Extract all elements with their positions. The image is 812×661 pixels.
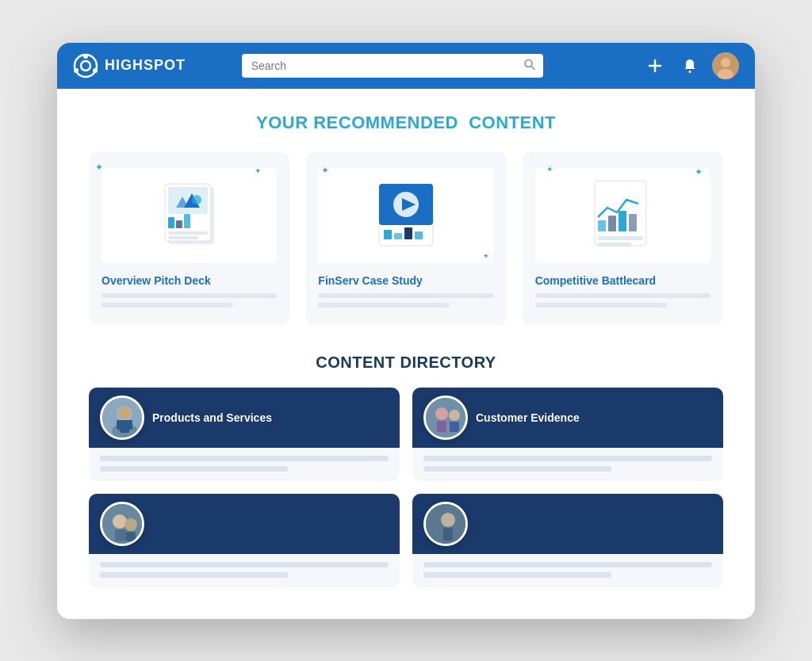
- card-line-5: [535, 293, 710, 298]
- sparkle-icon: ✦: [95, 162, 103, 173]
- dir-line-c2: [423, 466, 611, 472]
- dir-banner-3: [89, 494, 400, 554]
- dir-label-customer: Customer Evidence: [476, 411, 580, 424]
- logo[interactable]: HIGHSPOT: [73, 53, 186, 78]
- dir-label-3: [152, 518, 155, 530]
- svg-point-2: [83, 54, 88, 59]
- card-thumbnail-pitch: ✦ ✦: [102, 168, 277, 263]
- dir-line-p1: [100, 456, 389, 461]
- svg-rect-22: [168, 231, 208, 235]
- navbar: HIGHSPOT: [57, 43, 755, 89]
- svg-point-18: [192, 195, 201, 204]
- svg-rect-44: [117, 420, 121, 430]
- recommended-title: YOUR RECOMMENDED CONTENT: [89, 113, 723, 133]
- card-battlecard[interactable]: ✦ ✦: [523, 152, 723, 325]
- highspot-logo-icon: [73, 53, 98, 78]
- dir-banner-products: Products and Services: [89, 388, 400, 448]
- dir-avatar-3: [100, 502, 144, 546]
- app-window: HIGHSPOT: [57, 43, 755, 619]
- svg-rect-46: [426, 398, 468, 440]
- search-icon: [524, 59, 535, 70]
- app-name: HIGHSPOT: [105, 57, 186, 74]
- svg-rect-37: [598, 236, 643, 240]
- dir-line-41: [423, 562, 712, 567]
- avatar[interactable]: [712, 52, 739, 79]
- card-line-1: [102, 293, 277, 298]
- dir-line-42: [423, 572, 611, 578]
- recommended-title-part2: CONTENT: [469, 113, 556, 132]
- dir-line-p2: [100, 466, 288, 472]
- recommended-title-part1: YOUR RECOMMENDED: [256, 113, 458, 132]
- search-button[interactable]: [524, 59, 535, 72]
- svg-rect-50: [450, 422, 459, 432]
- card-title-battlecard: Competitive Battlecard: [535, 274, 710, 287]
- svg-rect-30: [404, 227, 412, 239]
- dir-line-32: [100, 572, 288, 578]
- dir-label-products: Products and Services: [152, 411, 272, 424]
- recommended-cards: ✦ ✦: [89, 152, 723, 325]
- sparkle-icon-sm: ✦: [255, 166, 261, 175]
- nav-actions: [642, 52, 739, 79]
- svg-rect-53: [115, 529, 126, 541]
- dir-item-products[interactable]: Products and Services: [89, 388, 400, 481]
- card-thumbnail-video: ✦ ✦: [318, 168, 493, 263]
- svg-rect-38: [598, 243, 631, 246]
- svg-point-4: [93, 68, 98, 73]
- dir-banner-4: [412, 494, 723, 554]
- dir-item-3[interactable]: [89, 494, 400, 587]
- main-content: YOUR RECOMMENDED CONTENT ✦ ✦: [57, 89, 755, 619]
- card-title-pitch: Overview Pitch Deck: [102, 274, 277, 287]
- sparkle-icon-b1: ✦: [546, 165, 553, 174]
- svg-line-6: [531, 66, 534, 69]
- search-input[interactable]: [242, 54, 543, 78]
- dir-banner-customer: Customer Evidence: [412, 388, 723, 448]
- card-finserv[interactable]: ✦ ✦: [305, 152, 506, 325]
- svg-point-52: [113, 514, 127, 529]
- card-thumbnail-battlecard: ✦ ✦: [535, 168, 710, 263]
- svg-rect-58: [443, 528, 453, 541]
- pitch-deck-thumbnail: [154, 176, 225, 255]
- dir-label-4: [476, 518, 479, 530]
- notifications-button[interactable]: [677, 53, 703, 78]
- sparkle-icon-b2: ✦: [695, 166, 703, 178]
- dir-line-31: [100, 562, 389, 567]
- svg-point-1: [81, 61, 90, 71]
- svg-rect-19: [168, 217, 174, 228]
- svg-rect-23: [168, 236, 198, 239]
- svg-point-54: [124, 518, 137, 531]
- svg-rect-34: [608, 216, 616, 231]
- finserv-thumbnail: [366, 176, 446, 255]
- dir-body-customer: [412, 448, 723, 481]
- card-pitch-deck[interactable]: ✦ ✦: [89, 152, 289, 325]
- directory-grid: Products and Services: [89, 388, 723, 587]
- svg-point-3: [74, 68, 79, 73]
- dir-item-4[interactable]: [412, 494, 723, 587]
- directory-title: CONTENT DIRECTORY: [89, 353, 723, 372]
- svg-rect-33: [598, 220, 606, 231]
- card-line-6: [535, 303, 667, 308]
- dir-avatar-customer: [423, 395, 468, 440]
- svg-point-49: [449, 410, 460, 421]
- svg-rect-28: [384, 230, 392, 239]
- svg-point-57: [441, 513, 455, 527]
- products-person-icon: [102, 398, 144, 440]
- svg-point-11: [721, 58, 730, 67]
- svg-rect-45: [128, 420, 132, 430]
- card-title-finserv: FinServ Case Study: [318, 274, 493, 287]
- svg-rect-20: [176, 220, 182, 228]
- dir-body-products: [89, 448, 400, 481]
- battlecard-thumbnail: [587, 176, 658, 255]
- card-line-2: [102, 303, 233, 308]
- customer-person-icon: [426, 398, 468, 440]
- dir-avatar-products: [100, 395, 144, 440]
- svg-rect-35: [619, 211, 626, 231]
- dir-line-c1: [423, 456, 712, 461]
- bell-icon: [682, 58, 698, 74]
- svg-rect-36: [629, 214, 637, 231]
- svg-rect-48: [437, 421, 446, 432]
- dir-item-customer[interactable]: Customer Evidence: [412, 388, 723, 481]
- add-button[interactable]: [642, 53, 668, 78]
- dir-4-person-icon: [426, 504, 468, 546]
- dir-avatar-4: [423, 502, 468, 546]
- user-avatar-icon: [712, 52, 739, 79]
